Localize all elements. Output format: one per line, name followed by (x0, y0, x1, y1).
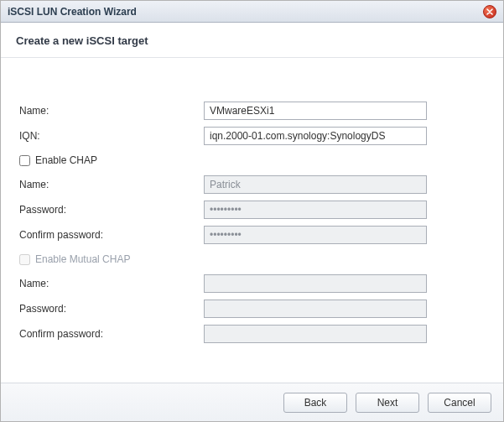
back-button[interactable]: Back (283, 393, 347, 413)
enable-chap-label: Enable CHAP (35, 154, 97, 166)
mutual-confirm-input (204, 325, 427, 343)
next-button[interactable]: Next (356, 393, 419, 413)
cancel-button[interactable]: Cancel (428, 393, 491, 413)
chap-confirm-label: Confirm password: (19, 222, 204, 247)
chap-password-input (204, 201, 427, 219)
iqn-label: IQN: (19, 123, 204, 148)
page-title: Create a new iSCSI target (1, 23, 503, 58)
mutual-confirm-label: Confirm password: (19, 321, 204, 346)
mutual-password-input (204, 300, 427, 318)
titlebar: iSCSI LUN Creation Wizard (1, 1, 503, 23)
iqn-input[interactable] (204, 127, 427, 145)
mutual-name-label: Name: (19, 271, 204, 296)
button-bar: Back Next Cancel (1, 383, 503, 421)
window-title: iSCSI LUN Creation Wizard (8, 6, 137, 18)
chap-name-label: Name: (19, 172, 204, 197)
enable-mutual-chap-label: Enable Mutual CHAP (35, 253, 130, 265)
content-area: Name: IQN: Enable CHAP Name: (1, 58, 503, 383)
chap-name-input (204, 175, 427, 194)
chap-confirm-input (204, 226, 427, 244)
close-icon[interactable] (483, 5, 496, 18)
enable-chap-checkbox[interactable] (19, 155, 30, 166)
name-label: Name: (19, 98, 204, 123)
chap-password-label: Password: (19, 197, 204, 222)
wizard-dialog: iSCSI LUN Creation Wizard Create a new i… (0, 0, 504, 422)
name-input[interactable] (204, 102, 427, 120)
enable-mutual-chap-checkbox (19, 254, 30, 265)
mutual-password-label: Password: (19, 296, 204, 321)
mutual-name-input (204, 274, 427, 293)
